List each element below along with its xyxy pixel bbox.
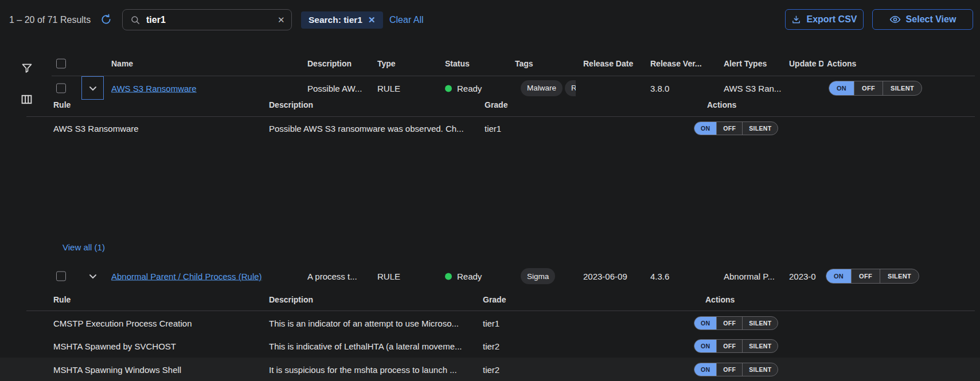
search-filter-chip[interactable]: Search: tier1 ✕ <box>301 11 383 29</box>
subcol-header-grade: Grade <box>485 100 507 109</box>
eye-icon <box>889 15 901 24</box>
toggle-on[interactable]: ON <box>826 269 851 283</box>
row-checkbox[interactable] <box>56 83 66 93</box>
subrow-grade: tier1 <box>485 123 501 133</box>
row-checkbox[interactable] <box>56 272 66 281</box>
row-type: RULE <box>377 272 400 281</box>
subtable-row: MSHTA Spawning Windows Shell It is suspi… <box>0 358 980 381</box>
subcol-header-actions: Actions <box>707 100 736 109</box>
chevron-down-icon <box>89 271 97 281</box>
subrow-grade: tier1 <box>483 319 499 328</box>
actions-toggle: ON OFF SILENT <box>694 121 778 135</box>
refresh-icon <box>100 17 112 27</box>
subcol-header-rule: Rule <box>53 100 71 109</box>
subrow-rule: AWS S3 Ransomware <box>53 123 139 133</box>
status-label: Ready <box>457 83 482 93</box>
row-alert-types: AWS S3 Ran... <box>724 83 781 93</box>
results-count: 1 – 20 of 71 Results <box>9 15 91 25</box>
toggle-on[interactable]: ON <box>694 363 716 376</box>
subrow-rule: MSHTA Spawned by SVCHOST <box>53 341 176 351</box>
search-icon <box>130 15 140 25</box>
toggle-on[interactable]: ON <box>694 122 716 135</box>
select-all-checkbox[interactable] <box>56 59 66 69</box>
subrow-description: Possible AWS S3 ransomware was observed.… <box>269 123 464 133</box>
toggle-on[interactable]: ON <box>694 340 716 352</box>
rule-name-link[interactable]: Abnormal Parent / Child Process (Rule) <box>111 272 262 281</box>
tag-pill: Malware <box>521 80 563 96</box>
clear-all-link[interactable]: Clear All <box>389 15 424 25</box>
toggle-silent[interactable]: SILENT <box>880 269 919 283</box>
subcol-header-description: Description <box>269 295 313 304</box>
toggle-off[interactable]: OFF <box>851 269 880 283</box>
col-header-tags[interactable]: Tags <box>515 59 533 68</box>
toggle-silent[interactable]: SILENT <box>742 122 778 135</box>
col-header-status[interactable]: Status <box>445 59 470 68</box>
subtable-header-row: Rule Description Grade Actions <box>0 96 980 114</box>
toggle-off[interactable]: OFF <box>716 340 742 352</box>
search-input[interactable] <box>146 15 272 25</box>
row-release-date: 2023-06-09 <box>583 272 627 281</box>
row-expand-button[interactable] <box>81 264 104 288</box>
row-type: RULE <box>377 83 400 93</box>
subrow-rule: CMSTP Execution Process Creation <box>53 319 192 328</box>
refresh-button[interactable] <box>100 14 112 28</box>
subtable-divider <box>26 311 975 311</box>
table-row: Abnormal Parent / Child Process (Rule) A… <box>0 264 980 288</box>
row-tags: Malware Ra <box>521 80 576 96</box>
row-description: Possible AW... <box>307 83 362 93</box>
subcol-header-actions: Actions <box>705 295 735 304</box>
col-header-name[interactable]: Name <box>111 59 133 68</box>
status-label: Ready <box>457 272 482 281</box>
subrow-description: This is an indicator of an attempt to us… <box>269 319 459 328</box>
col-header-alert-types[interactable]: Alert Types <box>724 59 767 68</box>
export-csv-label: Export CSV <box>806 14 857 25</box>
table-header-row: Name Description Type Status Tags Releas… <box>0 54 980 73</box>
subtable-header-row: Rule Description Grade Actions <box>0 290 980 309</box>
rule-name-link[interactable]: AWS S3 Ransomware <box>111 83 197 93</box>
row-alert-types: Abnormal P... <box>724 272 775 281</box>
row-release-version: 3.8.0 <box>650 83 669 93</box>
subtable-row: CMSTP Execution Process Creation This is… <box>0 312 980 335</box>
subrow-grade: tier2 <box>483 364 499 374</box>
export-csv-button[interactable]: Export CSV <box>785 9 864 30</box>
col-header-description[interactable]: Description <box>307 59 352 68</box>
actions-toggle: ON OFF SILENT <box>829 81 922 96</box>
select-view-label: Select View <box>906 14 956 25</box>
col-header-type[interactable]: Type <box>377 59 396 68</box>
col-header-actions: Actions <box>827 59 856 68</box>
row-release-version: 4.3.6 <box>650 272 669 281</box>
subcol-header-description: Description <box>269 100 313 109</box>
toggle-off[interactable]: OFF <box>716 122 742 135</box>
actions-toggle: ON OFF SILENT <box>694 339 778 353</box>
subtable-row: MSHTA Spawned by SVCHOST This is indicat… <box>0 335 980 358</box>
view-all-link[interactable]: View all (1) <box>63 242 105 252</box>
search-input-container[interactable]: ✕ <box>122 9 292 30</box>
actions-toggle: ON OFF SILENT <box>826 269 919 284</box>
subcol-header-grade: Grade <box>483 295 506 304</box>
row-status: Ready <box>445 272 482 281</box>
subcol-header-rule: Rule <box>53 295 71 304</box>
row-update-date: 2023-0 <box>789 272 819 281</box>
select-view-button[interactable]: Select View <box>872 9 973 30</box>
toggle-off[interactable]: OFF <box>854 81 883 95</box>
toggle-silent[interactable]: SILENT <box>742 363 778 376</box>
chip-close-icon[interactable]: ✕ <box>368 15 376 25</box>
subrow-description: This is indicative of LethalHTA (a later… <box>269 341 462 351</box>
tag-pill: Sigma <box>521 268 555 284</box>
toggle-silent[interactable]: SILENT <box>883 81 922 95</box>
col-header-release-date[interactable]: Release Date <box>583 59 633 68</box>
col-header-update-date[interactable]: Update D <box>789 59 823 68</box>
row-description: A process t... <box>307 272 357 281</box>
subrow-description: It is suspicious for the mshta process t… <box>269 364 457 374</box>
row-status: Ready <box>445 83 482 93</box>
search-clear-icon[interactable]: ✕ <box>278 15 285 25</box>
toggle-silent[interactable]: SILENT <box>742 340 778 352</box>
toggle-on[interactable]: ON <box>694 317 716 329</box>
col-header-release-version[interactable]: Release Ver... <box>650 59 702 68</box>
subrow-grade: tier2 <box>483 341 499 351</box>
download-icon <box>791 15 801 25</box>
toggle-off[interactable]: OFF <box>716 317 742 329</box>
toggle-silent[interactable]: SILENT <box>742 317 778 329</box>
toggle-on[interactable]: ON <box>829 81 854 95</box>
toggle-off[interactable]: OFF <box>716 363 742 376</box>
